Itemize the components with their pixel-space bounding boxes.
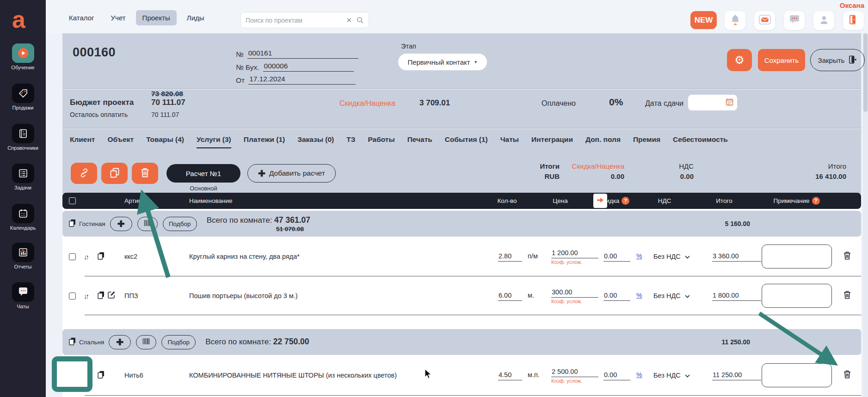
- delete-calc-button[interactable]: [132, 163, 158, 184]
- copy-icon[interactable]: [69, 219, 76, 229]
- select-all-checkbox[interactable]: [69, 197, 76, 204]
- messages-button[interactable]: [784, 11, 805, 30]
- tab-bonus[interactable]: Премия: [633, 135, 660, 148]
- copy-icon[interactable]: [98, 291, 105, 301]
- tab-orders[interactable]: Заказы (0): [297, 135, 334, 148]
- note-input[interactable]: [762, 284, 832, 308]
- acc-number-field[interactable]: 000006: [263, 62, 354, 72]
- stage-dropdown[interactable]: Первичный контакт ▼: [398, 54, 487, 70]
- note-input[interactable]: [762, 363, 832, 387]
- discount-markup-label[interactable]: Скидка/Наценка: [339, 99, 395, 108]
- delete-row-icon[interactable]: [843, 291, 851, 301]
- copy-icon[interactable]: [98, 371, 105, 380]
- add-service-button[interactable]: ✚: [110, 217, 132, 231]
- page-scrollbar[interactable]: [863, 33, 868, 397]
- vat-select[interactable]: Без НДС: [637, 253, 692, 260]
- note-input[interactable]: [762, 244, 832, 269]
- nav-accounting[interactable]: Учет: [105, 10, 132, 25]
- nav-leads[interactable]: Лиды: [180, 10, 211, 25]
- row-checkbox-checked[interactable]: [69, 372, 76, 379]
- tab-integrations[interactable]: Интеграции: [531, 135, 573, 148]
- tab-cost[interactable]: Себестоимость: [673, 135, 728, 148]
- coef-link[interactable]: Коэф. услож.: [551, 378, 591, 384]
- sort-icon[interactable]: ↓↑: [84, 292, 98, 300]
- save-button[interactable]: Сохранить: [758, 49, 805, 71]
- nav-catalog[interactable]: Каталог: [62, 10, 101, 25]
- user-name[interactable]: Оксана: [840, 1, 864, 9]
- total-input[interactable]: 11 250.00: [712, 371, 761, 380]
- tab-chats[interactable]: Чаты: [500, 135, 519, 148]
- discount-input[interactable]: 0.00: [603, 252, 630, 262]
- copy-calc-button[interactable]: [101, 163, 128, 184]
- nav-projects[interactable]: Проекты: [136, 10, 177, 25]
- add-service-button[interactable]: ✚: [109, 335, 131, 349]
- sidebar-item-sales[interactable]: Продажи: [0, 84, 46, 110]
- tab-client[interactable]: Клиент: [70, 135, 95, 148]
- pick-button[interactable]: Подбор: [161, 335, 196, 349]
- qty-input[interactable]: 4.50: [498, 371, 522, 380]
- row-checkbox[interactable]: [69, 293, 76, 299]
- discount-input[interactable]: 0.00: [603, 371, 630, 380]
- sidebar-item-tasks[interactable]: Задачи: [0, 164, 46, 190]
- sidebar-item-directories[interactable]: Справочники: [0, 124, 46, 151]
- settings-button[interactable]: ⚙: [727, 49, 752, 71]
- room-name[interactable]: Спальня: [79, 339, 104, 346]
- total-input[interactable]: 3 360.00: [712, 252, 761, 262]
- sidebar-item-learning[interactable]: Обучение: [0, 43, 46, 70]
- close-button[interactable]: Закрыть: [810, 49, 865, 71]
- tab-tz[interactable]: ТЗ: [346, 135, 355, 148]
- total-input[interactable]: 1 800.00: [712, 292, 761, 301]
- vat-select[interactable]: Без НДС: [637, 292, 692, 299]
- help-icon[interactable]: ?: [812, 197, 820, 205]
- tab-goods[interactable]: Товары (4): [146, 135, 184, 148]
- sidebar-item-reports[interactable]: Отчеты: [0, 243, 46, 269]
- number-field[interactable]: 000161: [247, 49, 358, 59]
- search-input[interactable]: [246, 17, 346, 24]
- barcode-button[interactable]: [137, 217, 158, 231]
- tab-works[interactable]: Работы: [368, 135, 394, 148]
- tab-extra-fields[interactable]: Доп. поля: [585, 135, 621, 148]
- due-date-input[interactable]: [688, 95, 737, 110]
- profile-button[interactable]: [813, 11, 834, 30]
- sidebar-item-calendar[interactable]: Календарь: [0, 204, 46, 231]
- help-icon[interactable]: ?: [622, 197, 629, 205]
- notifications-button[interactable]: [725, 11, 745, 30]
- qty-input[interactable]: 2.80: [498, 252, 522, 262]
- row-name[interactable]: Круглый карниз на стену, два ряда*: [165, 253, 485, 260]
- copy-icon[interactable]: [69, 337, 76, 347]
- arrow-right-icon: [597, 197, 604, 205]
- row-name[interactable]: КОМБИНИРОВАННЫЕ НИТЯНЫЕ ШТОРЫ (из нескол…: [165, 372, 485, 379]
- date-field[interactable]: 17.12.2024: [248, 75, 356, 85]
- apply-price-button[interactable]: [593, 194, 607, 208]
- delete-row-icon[interactable]: [843, 370, 851, 380]
- mail-button[interactable]: [754, 11, 775, 30]
- calc-tab-button[interactable]: Расчет №1: [166, 164, 240, 183]
- tab-services[interactable]: Услуги (3): [197, 135, 231, 148]
- tab-events[interactable]: События (1): [445, 135, 488, 148]
- row-checkbox[interactable]: [69, 253, 76, 260]
- coef-link[interactable]: Коэф. услож.: [551, 299, 591, 304]
- coef-link[interactable]: Коэф. услож.: [551, 259, 591, 265]
- sort-icon[interactable]: ↓↑: [84, 253, 98, 261]
- tab-object[interactable]: Объект: [107, 135, 134, 148]
- clear-search-icon[interactable]: ✕: [346, 16, 352, 24]
- barcode-button[interactable]: [136, 335, 156, 349]
- vat-select[interactable]: Без НДС: [637, 372, 692, 379]
- sidebar-item-chats[interactable]: Чаты: [0, 282, 46, 309]
- copy-icon[interactable]: [98, 252, 105, 262]
- app-logo[interactable]: a: [12, 7, 25, 31]
- pick-button[interactable]: Подбор: [163, 217, 197, 231]
- link-button[interactable]: [71, 163, 97, 184]
- sort-icon[interactable]: ↓↑: [84, 372, 98, 379]
- row-name[interactable]: Пошив портьеры (высотой до 3 м.): [165, 292, 485, 299]
- new-button[interactable]: NEW: [690, 11, 717, 29]
- delete-row-icon[interactable]: [843, 251, 851, 262]
- add-calc-button[interactable]: ✚ Добавить расчет: [247, 164, 336, 183]
- room-name[interactable]: Гостиная: [79, 220, 105, 227]
- logout-button[interactable]: [843, 11, 864, 30]
- tab-print[interactable]: Печать: [407, 135, 432, 148]
- qty-input[interactable]: 6.00: [498, 292, 522, 301]
- tab-payments[interactable]: Платежи (1): [244, 135, 285, 148]
- search-icon[interactable]: [357, 17, 364, 24]
- discount-input[interactable]: 0.00: [603, 292, 630, 301]
